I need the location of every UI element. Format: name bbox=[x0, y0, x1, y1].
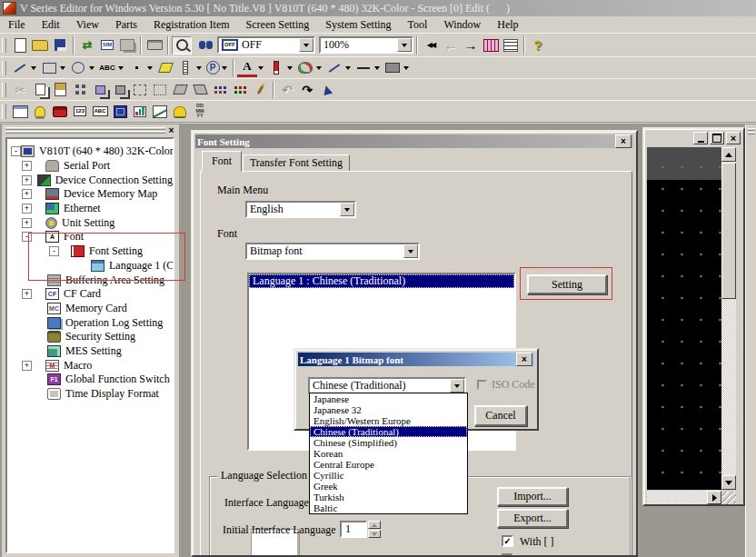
chevron-down-icon[interactable] bbox=[118, 66, 124, 70]
numeric-display-button[interactable]: 123 bbox=[70, 103, 90, 121]
toolbar-gripper[interactable] bbox=[2, 38, 6, 53]
parts-tool-button[interactable]: P bbox=[204, 59, 221, 77]
chevron-down-icon[interactable] bbox=[196, 66, 202, 70]
time-display-button[interactable]: DD MM YY bbox=[190, 103, 210, 121]
open-button[interactable] bbox=[30, 36, 50, 55]
tab-transfer-font-setting[interactable]: Transfer Font Setting bbox=[243, 154, 350, 172]
bitmap-font-dropdown-button[interactable] bbox=[450, 379, 464, 393]
menu-window[interactable]: Window bbox=[435, 17, 489, 33]
tree-item-unit-setting[interactable]: + Unit Setting bbox=[7, 215, 173, 230]
tree-item-security[interactable]: Security Setting bbox=[7, 330, 173, 344]
frame-edit2-button[interactable] bbox=[150, 81, 170, 99]
copy-button[interactable] bbox=[30, 81, 50, 99]
tree-expander[interactable]: + bbox=[22, 289, 32, 299]
dropdown-option-chinese-traditional[interactable]: Chinese (Traditional) bbox=[310, 426, 467, 437]
dropdown-option-baltic[interactable]: Baltic bbox=[310, 502, 467, 513]
align-grid2-button[interactable] bbox=[230, 81, 250, 99]
tree-item-device-memory-map[interactable]: + Device Memory Map bbox=[7, 187, 173, 202]
tree-item-macro[interactable]: + M Macro bbox=[7, 358, 173, 373]
tree-item-language1[interactable]: Language 1 (Chinese (Traditional)) bbox=[7, 259, 173, 274]
toolbar-gripper[interactable] bbox=[2, 61, 6, 75]
menu-help[interactable]: Help bbox=[489, 17, 526, 33]
save-button[interactable] bbox=[50, 36, 70, 55]
simulator-button[interactable]: SIM bbox=[97, 36, 117, 55]
menu-edit[interactable]: Edit bbox=[34, 17, 68, 33]
resize-grip[interactable] bbox=[722, 492, 736, 504]
tree-item-font-setting[interactable]: - Font Setting bbox=[7, 244, 173, 259]
panel-gripper[interactable] bbox=[5, 131, 165, 134]
scroll-down-button[interactable] bbox=[721, 475, 736, 490]
tree-item-buffering-area[interactable]: Buffering Area Setting bbox=[7, 273, 173, 287]
chevron-down-icon[interactable] bbox=[403, 66, 409, 70]
line-style-button[interactable] bbox=[324, 59, 344, 77]
line-tool-button[interactable] bbox=[10, 59, 30, 77]
menu-screen-setting[interactable]: Screen Setting bbox=[238, 17, 318, 33]
panel-gripper[interactable] bbox=[5, 127, 165, 130]
chevron-down-icon[interactable] bbox=[287, 66, 293, 70]
zoom-level-dropdown-button[interactable] bbox=[397, 38, 412, 52]
char-display-button[interactable]: ABC bbox=[90, 103, 110, 121]
palette-button[interactable] bbox=[295, 59, 315, 77]
transfer-button[interactable]: ⇄ bbox=[77, 36, 97, 55]
item-list-button[interactable] bbox=[501, 36, 521, 55]
chevron-down-icon[interactable] bbox=[89, 66, 94, 70]
minimize-button[interactable] bbox=[693, 132, 708, 144]
tree-item-ethernet[interactable]: + Ethernet bbox=[7, 202, 173, 216]
dropdown-option-english-western-europe[interactable]: English/Western Europe bbox=[310, 415, 467, 426]
display-mode-dropdown-button[interactable] bbox=[299, 38, 313, 52]
screen-block-button[interactable] bbox=[10, 103, 30, 121]
menu-tool[interactable]: Tool bbox=[400, 17, 436, 33]
rotate-left-button[interactable] bbox=[170, 81, 190, 99]
toolbar-gripper[interactable] bbox=[2, 104, 6, 119]
tree-item-operation-log[interactable]: Operation Log Setting bbox=[7, 315, 173, 330]
fill-style-button[interactable] bbox=[383, 59, 403, 77]
toolbar-gripper[interactable] bbox=[2, 83, 6, 97]
tree-expander[interactable]: - bbox=[49, 246, 59, 256]
scroll-up-button[interactable] bbox=[721, 147, 736, 162]
window-close-button[interactable]: × bbox=[726, 132, 741, 144]
menu-parts[interactable]: Parts bbox=[107, 17, 145, 33]
switch-part-button[interactable] bbox=[50, 103, 70, 121]
chevron-down-icon[interactable] bbox=[345, 66, 351, 70]
menu-view[interactable]: View bbox=[68, 17, 107, 33]
maximize-button[interactable] bbox=[710, 132, 724, 144]
tree-item-font[interactable]: - A Font bbox=[7, 230, 173, 244]
tree-item-mes-setting[interactable]: MES Setting bbox=[7, 344, 173, 359]
undo-button[interactable]: ↶ bbox=[277, 81, 297, 99]
pin-button[interactable] bbox=[250, 81, 270, 99]
chevron-down-icon[interactable] bbox=[147, 66, 153, 70]
font-color-button[interactable]: A bbox=[237, 59, 257, 77]
cancel-button[interactable]: Cancel bbox=[474, 405, 527, 426]
iso-code-checkbox[interactable] bbox=[477, 380, 487, 390]
preview-button[interactable] bbox=[192, 36, 212, 55]
tree-item-memory-card[interactable]: MC Memory Card bbox=[7, 302, 173, 316]
cut-button[interactable]: ✂ bbox=[10, 81, 30, 99]
chevron-down-icon[interactable] bbox=[258, 66, 264, 70]
tree-item-cf-card[interactable]: + CF CF Card bbox=[7, 287, 173, 302]
dialog-close-button[interactable]: × bbox=[516, 353, 532, 366]
lamp-part-button[interactable] bbox=[30, 103, 50, 121]
dropdown-option-japanese32[interactable]: Japanese 32 bbox=[310, 404, 467, 415]
tree-expander[interactable]: - bbox=[22, 232, 32, 242]
display-mode-combo[interactable]: OFF OFF bbox=[217, 36, 315, 54]
dropdown-option-chinese-simplified[interactable]: Chinese (Simplified) bbox=[310, 437, 467, 448]
line-width-button[interactable] bbox=[353, 59, 373, 77]
dropdown-option-japanese[interactable]: Japanese bbox=[310, 393, 467, 404]
dialog-close-button[interactable]: × bbox=[615, 134, 632, 148]
vertical-scroll-thumb[interactable] bbox=[721, 163, 736, 299]
alarm-part-button[interactable] bbox=[170, 103, 190, 121]
bring-front-button[interactable] bbox=[90, 81, 110, 99]
scroll-right-button[interactable] bbox=[707, 491, 721, 504]
print-button[interactable] bbox=[144, 36, 164, 55]
tree-expander[interactable]: + bbox=[22, 204, 32, 214]
menu-registration-item[interactable]: Registration Item bbox=[145, 17, 238, 33]
align-grid-button[interactable] bbox=[210, 81, 230, 99]
scale-tool-button[interactable] bbox=[175, 59, 195, 77]
trend-part-button[interactable] bbox=[150, 103, 170, 121]
rotate-right-button[interactable] bbox=[190, 81, 210, 99]
vertical-scrollbar[interactable] bbox=[721, 147, 736, 490]
chevron-down-icon[interactable] bbox=[374, 66, 380, 70]
tree-item-v810t[interactable]: - V810T (640 * 480) 32K-Color bbox=[7, 144, 173, 159]
zoom-level-combo[interactable]: 100% bbox=[319, 36, 413, 54]
panel-close-button[interactable]: × bbox=[165, 124, 177, 135]
